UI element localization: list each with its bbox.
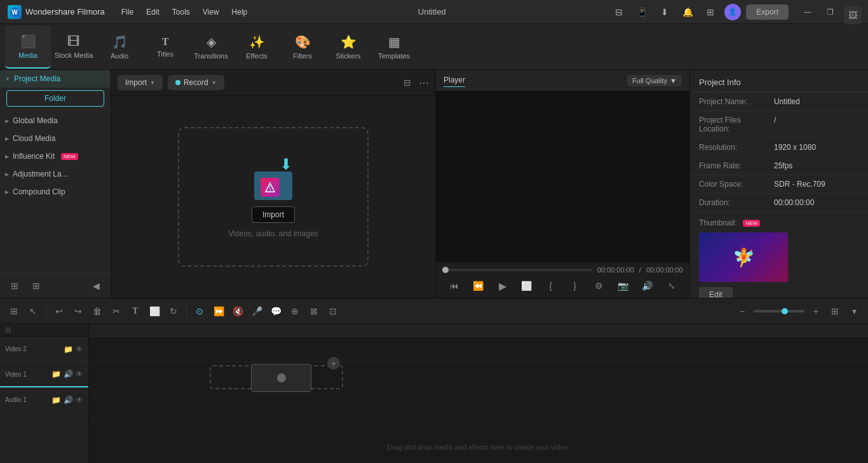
menu-view[interactable]: View: [196, 5, 226, 19]
zoom-handle[interactable]: [782, 308, 788, 314]
collapse-sidebar-button[interactable]: ◀: [88, 278, 104, 294]
thumbnail-label: Thumbnail: NEW: [699, 218, 859, 227]
media-clip-thumb[interactable]: [251, 364, 311, 392]
progress-handle[interactable]: [442, 267, 449, 273]
timeline-merge-button[interactable]: ⊠: [305, 302, 323, 320]
timeline-speed-button[interactable]: ⏩: [210, 302, 227, 320]
add-folder-button[interactable]: ⊞: [6, 278, 23, 294]
zoom-in-button[interactable]: +: [807, 302, 825, 320]
clip-settings-button[interactable]: ⚙: [591, 278, 607, 294]
timeline-voice-button[interactable]: 🎤: [248, 302, 266, 320]
sidebar-folder-button[interactable]: Folder: [6, 90, 104, 107]
toolbar-item-media[interactable]: ⬛ Media: [5, 25, 51, 69]
track-lane-video1[interactable]: +: [89, 362, 868, 394]
mobile-btn[interactable]: 📱: [633, 3, 651, 21]
import-drop-zone: ⬇ Import Videos, audio, and images: [178, 127, 369, 267]
timeline-undo-button[interactable]: ↩: [50, 302, 68, 320]
grid-options-button[interactable]: ▾: [845, 302, 863, 320]
window-minimize[interactable]: —: [799, 5, 817, 19]
track-v2-icons: 📁 👁: [64, 345, 83, 354]
toolbar-item-stock-media[interactable]: 🎞 Stock Media: [51, 25, 97, 69]
track-lane-audio1[interactable]: [89, 394, 868, 419]
timeline-rotate-button[interactable]: ↻: [165, 302, 182, 320]
player-tab[interactable]: Player: [444, 74, 465, 87]
track-v1-eye-icon[interactable]: 👁: [76, 370, 83, 379]
add-item-button[interactable]: ⊞: [28, 278, 44, 294]
record-button[interactable]: Record ▼: [168, 75, 224, 90]
timeline-redo-button[interactable]: ↪: [69, 302, 87, 320]
quality-select[interactable]: Full Quality ▼: [627, 75, 682, 86]
toolbar-item-filters[interactable]: 🎨 Filters: [280, 25, 325, 69]
volume-button[interactable]: 🔊: [639, 278, 656, 294]
toolbar-item-templates[interactable]: ▦ Templates: [371, 25, 417, 69]
influence-kit-label: Influence Kit: [13, 152, 55, 161]
sidebar-item-cloud-media[interactable]: ▶ Cloud Media: [0, 130, 111, 147]
mark-out-button[interactable]: }: [567, 278, 583, 294]
add-to-timeline-button[interactable]: +: [327, 357, 340, 370]
toolbar-item-audio[interactable]: 🎵 Audio: [97, 25, 142, 69]
window-maximize[interactable]: ❐: [822, 5, 839, 19]
track-a1-folder-icon[interactable]: 📁: [51, 396, 61, 405]
timeline-record-button[interactable]: ⊙: [191, 302, 208, 320]
track-a1-icons: 📁 🔊 👁: [51, 396, 83, 405]
more-options-icon[interactable]: ⋯: [419, 77, 429, 89]
fullscreen-button[interactable]: ⤡: [663, 278, 680, 294]
timeline-cut-button[interactable]: ✂: [107, 302, 125, 320]
download-btn[interactable]: ⬇: [656, 3, 674, 21]
influence-kit-new-badge: NEW: [61, 153, 78, 160]
timeline-detach-button[interactable]: ⊡: [324, 302, 342, 320]
track-v2-eye-icon[interactable]: 👁: [76, 345, 83, 354]
track-v1-volume-icon[interactable]: 🔊: [64, 370, 73, 379]
mark-in-button[interactable]: {: [543, 278, 559, 294]
project-name-row: Project Name: Untitled: [690, 93, 868, 111]
avatar-btn[interactable]: 👤: [724, 4, 741, 20]
global-media-arrow: ▶: [5, 118, 9, 124]
timeline-copy-button[interactable]: ⊕: [286, 302, 304, 320]
menu-tools[interactable]: Tools: [166, 5, 196, 19]
menu-edit[interactable]: Edit: [140, 5, 166, 19]
timeline-pointer-tool[interactable]: ↖: [24, 302, 42, 320]
timeline-select-tool[interactable]: ⊞: [5, 302, 23, 320]
app-logo: W Wondershare Filmora: [8, 5, 105, 19]
zoom-out-button[interactable]: −: [733, 302, 751, 320]
timeline-crop-button[interactable]: ⬜: [146, 302, 163, 320]
progress-bar[interactable]: [442, 269, 592, 271]
edit-thumbnail-button[interactable]: Edit: [699, 287, 733, 298]
sidebar-item-compound-clip[interactable]: ▶ Compound Clip: [0, 183, 111, 201]
import-button[interactable]: Import ▼: [118, 75, 163, 90]
sidebar-item-global-media[interactable]: ▶ Global Media: [0, 112, 111, 130]
toolbar-item-effects[interactable]: ✨ Effects: [234, 25, 280, 69]
timeline-toolbar: ⊞ ↖ ↩ ↪ 🗑 ✂ T ⬜ ↻ ⊙ ⏩ 🔇 🎤 💬 ⊕ ⊠ ⊡ − + ⊞ …: [0, 299, 868, 324]
timeline-silence-button[interactable]: 🔇: [229, 302, 247, 320]
minimize-screen-btn[interactable]: ⊟: [610, 3, 628, 21]
timeline-text-button[interactable]: T: [126, 302, 144, 320]
toolbar-item-titles[interactable]: T Titles: [142, 25, 188, 69]
track-a1-eye-icon[interactable]: 👁: [76, 396, 83, 405]
timeline-delete-button[interactable]: 🗑: [88, 302, 106, 320]
notification-btn[interactable]: 🔔: [679, 3, 696, 21]
import-inner-button[interactable]: Import: [252, 206, 295, 223]
layout-btn[interactable]: ⊞: [702, 3, 719, 21]
menu-help[interactable]: Help: [226, 5, 254, 19]
zoom-slider[interactable]: [754, 310, 804, 312]
adjustment-layer-label: Adjustment La...: [13, 170, 68, 178]
export-button[interactable]: Export: [746, 4, 789, 20]
track-a1-mute-icon[interactable]: 🔊: [64, 396, 73, 405]
play-button[interactable]: ▶: [494, 278, 511, 294]
grid-view-button[interactable]: ⊞: [826, 302, 844, 320]
track-v2-lock-icon[interactable]: 📁: [64, 345, 73, 354]
menu-file[interactable]: File: [115, 5, 140, 19]
toolbar-item-transitions[interactable]: ◈ Transitions: [188, 25, 234, 69]
toolbar-item-stickers[interactable]: ⭐ Stickers: [325, 25, 371, 69]
track-lane-video2[interactable]: [89, 337, 868, 362]
track-v1-folder-icon[interactable]: 📁: [51, 370, 61, 379]
sidebar-item-influence-kit[interactable]: ▶ Influence Kit NEW: [0, 147, 111, 165]
sidebar-item-adjustment-layer[interactable]: ▶ Adjustment La...: [0, 165, 111, 183]
skip-back-button[interactable]: ⏮: [446, 278, 463, 294]
timeline-subtitle-button[interactable]: 💬: [267, 302, 285, 320]
sidebar-item-project-media[interactable]: ▼ Project Media: [0, 70, 111, 88]
step-back-button[interactable]: ⏪: [470, 278, 487, 294]
snapshot-button[interactable]: 📷: [615, 278, 632, 294]
filter-icon[interactable]: ⊟: [403, 77, 411, 88]
stop-button[interactable]: ⬜: [519, 278, 535, 294]
